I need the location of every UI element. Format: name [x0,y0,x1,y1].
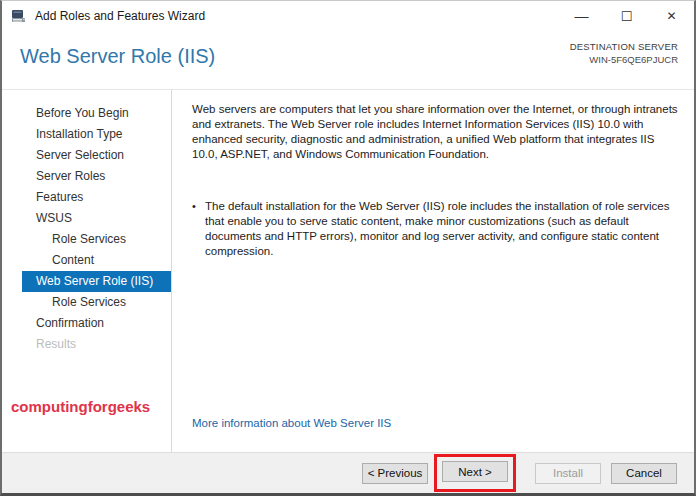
wizard-header: Web Server Role (IIS) DESTINATION SERVER… [2,31,694,90]
watermark-text: computingforgeeks [11,398,150,415]
wizard-steps-sidebar: Before You Begin Installation Type Serve… [2,90,172,452]
previous-button[interactable]: < Previous [362,463,428,484]
sidebar-item-server-selection[interactable]: Server Selection [22,145,171,166]
sidebar-item-installation-type[interactable]: Installation Type [22,124,171,145]
cancel-button[interactable]: Cancel [611,463,677,484]
page-title: Web Server Role (IIS) [20,45,215,68]
sidebar-item-server-roles[interactable]: Server Roles [22,166,171,187]
intro-paragraph: Web servers are computers that let you s… [192,102,680,162]
sidebar-item-confirmation[interactable]: Confirmation [22,313,171,334]
footer-button-bar: < Previous Next > Install Cancel [2,452,694,493]
wizard-body: Before You Begin Installation Type Serve… [2,90,694,452]
wizard-window: Add Roles and Features Wizard — ☐ ✕ Web … [0,0,696,496]
sidebar-item-wsus[interactable]: WSUS [22,208,171,229]
window-title: Add Roles and Features Wizard [35,9,205,23]
close-icon[interactable]: ✕ [649,1,694,31]
sidebar-item-features[interactable]: Features [22,187,171,208]
sidebar-item-results: Results [22,334,171,355]
install-button: Install [535,463,601,484]
destination-server-label: DESTINATION SERVER [570,40,678,53]
red-annotation-box: Next > [434,454,516,492]
bullet-item: • The default installation for the Web S… [192,199,680,259]
bullet-icon: • [192,199,205,259]
bullet-paragraph: The default installation for the Web Ser… [205,199,680,259]
destination-server-name: WIN-5F6QE6PJUCR [570,53,678,66]
maximize-icon[interactable]: ☐ [604,1,649,31]
sidebar-item-before-you-begin[interactable]: Before You Begin [22,103,171,124]
page-content: Web servers are computers that let you s… [172,90,694,452]
sidebar-item-wsus-role-services[interactable]: Role Services [22,229,171,250]
titlebar: Add Roles and Features Wizard — ☐ ✕ [2,1,694,31]
wizard-app-icon [11,8,27,24]
sidebar-item-web-server-role-iis[interactable]: Web Server Role (IIS) [22,271,171,292]
minimize-icon[interactable]: — [559,1,604,31]
sidebar-item-iis-role-services[interactable]: Role Services [22,292,171,313]
next-button[interactable]: Next > [442,461,508,482]
sidebar-item-wsus-content[interactable]: Content [22,250,171,271]
more-information-link[interactable]: More information about Web Server IIS [192,417,391,429]
destination-server-block: DESTINATION SERVER WIN-5F6QE6PJUCR [570,40,678,66]
